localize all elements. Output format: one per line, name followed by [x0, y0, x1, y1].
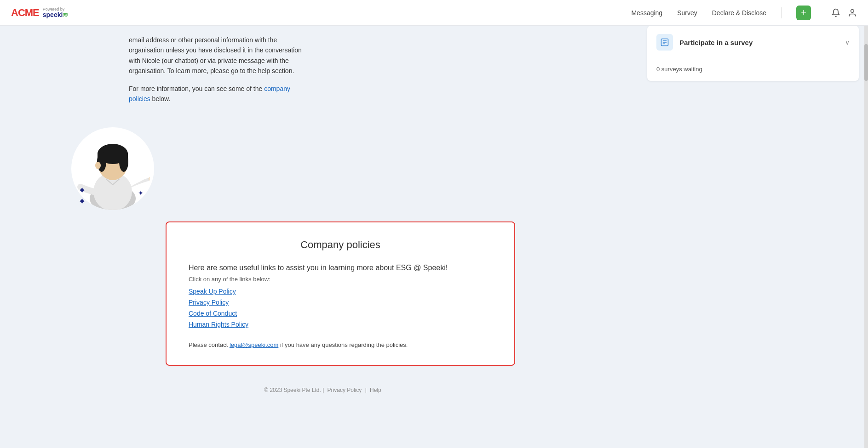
footer-sep1: |	[322, 387, 325, 393]
contact-email-link[interactable]: legal@speeki.com	[230, 341, 278, 348]
acme-logo: ACME	[11, 7, 39, 19]
avatar-svg	[76, 127, 149, 210]
left-pane: email address or other personal informat…	[0, 26, 647, 448]
header: ACME Powered by speeki≋ Messaging Survey…	[0, 0, 868, 26]
policies-title: Company policies	[189, 239, 492, 251]
header-icons	[831, 8, 857, 17]
list-item: Privacy Policy	[189, 298, 492, 306]
policies-card-wrapper: Company policies Here are some useful li…	[0, 221, 647, 380]
nav-declare-disclose[interactable]: Declare & Disclose	[712, 9, 766, 17]
human-rights-policy-link[interactable]: Human Rights Policy	[189, 321, 248, 328]
scrollbar-track[interactable]	[864, 26, 868, 448]
list-item: Code of Conduct	[189, 309, 492, 318]
main-content: email address or other personal informat…	[0, 26, 868, 448]
nav-divider	[781, 7, 782, 18]
footer-help-link[interactable]: Help	[370, 387, 381, 393]
code-of-conduct-link[interactable]: Code of Conduct	[189, 310, 237, 317]
footer: © 2023 Speeki Pte Ltd. | Privacy Policy …	[0, 380, 647, 401]
nav-survey[interactable]: Survey	[677, 9, 697, 17]
survey-body: 0 surveys waiting	[647, 59, 859, 81]
avatar-area: ✦✦ ✦	[0, 120, 647, 221]
contact-text: Please contact legal@speeki.com if you h…	[189, 341, 492, 348]
plus-decoration-1: ✦✦	[78, 185, 86, 207]
survey-icon	[656, 34, 673, 51]
svg-point-9	[95, 162, 101, 169]
plus-decoration-2: ✦	[138, 189, 144, 197]
contact-prefix: Please contact	[189, 341, 228, 348]
survey-card-header[interactable]: Participate in a survey ∨	[647, 26, 859, 59]
svg-rect-8	[98, 153, 128, 161]
list-item: Speak Up Policy	[189, 287, 492, 295]
main-nav: Messaging Survey Declare & Disclose +	[631, 6, 857, 20]
policies-links: Speak Up Policy Privacy Policy Code of C…	[189, 287, 492, 329]
speeki-logo-area: Powered by speeki≋	[43, 7, 69, 18]
contact-suffix: if you have any questions regarding the …	[280, 341, 408, 348]
add-button[interactable]: +	[796, 6, 811, 20]
nav-messaging[interactable]: Messaging	[631, 9, 662, 17]
speak-up-policy-link[interactable]: Speak Up Policy	[189, 288, 236, 295]
footer-sep2: |	[365, 387, 368, 393]
policies-subtitle: Here are some useful links to assist you…	[189, 264, 492, 272]
notification-icon[interactable]	[831, 8, 840, 17]
user-icon[interactable]	[848, 8, 857, 17]
privacy-policy-link[interactable]: Privacy Policy	[189, 299, 229, 306]
paragraph-2: For more information, you can see some o…	[129, 84, 313, 104]
intro-text-section: email address or other personal informat…	[0, 26, 340, 120]
survey-title: Participate in a survey	[679, 39, 845, 46]
paragraph-2-prefix: For more information, you can see some o…	[129, 85, 262, 92]
logo-area: ACME Powered by speeki≋	[11, 7, 68, 19]
footer-copyright: © 2023 Speeki Pte Ltd.	[264, 387, 321, 393]
footer-privacy-link[interactable]: Privacy Policy	[328, 387, 362, 393]
speeki-logo: speeki≋	[43, 11, 69, 18]
click-instructions: Click on any of the links below:	[189, 276, 492, 283]
svg-point-10	[149, 176, 149, 182]
survey-card: Participate in a survey ∨ 0 surveys wait…	[647, 26, 859, 81]
svg-point-0	[851, 9, 854, 12]
paragraph-1: email address or other personal informat…	[129, 35, 313, 76]
chevron-down-icon: ∨	[845, 39, 850, 46]
speeki-leaf: ≋	[63, 11, 68, 18]
policies-card: Company policies Here are some useful li…	[166, 221, 515, 366]
right-pane: Participate in a survey ∨ 0 surveys wait…	[647, 26, 868, 448]
survey-waiting-text: 0 surveys waiting	[656, 66, 850, 73]
scrollbar-thumb[interactable]	[864, 44, 868, 81]
paragraph-2-suffix: below.	[152, 95, 171, 102]
list-item: Human Rights Policy	[189, 320, 492, 329]
